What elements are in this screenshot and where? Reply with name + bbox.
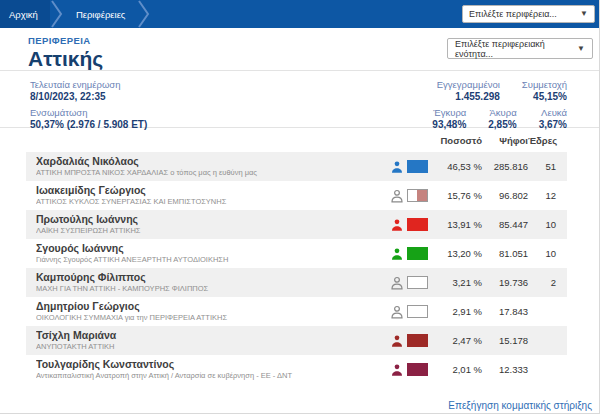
integration-label: Ενσωμάτωση (30, 107, 147, 118)
region-select[interactable]: Επιλέξτε περιφέρεια... ▼ (462, 5, 595, 23)
person-icon (390, 363, 404, 377)
valid-label: Έγκυρα (432, 107, 466, 118)
party-support-square (407, 247, 428, 260)
candidate-name: Ιωακειμίδης Γεώργιος (36, 184, 390, 197)
seats-value: 10 (528, 219, 556, 230)
candidate-row[interactable]: Καμπούρης ΦίλιπποςΜΑΧΗ ΓΙΑ ΤΗΝ ΑΤΤΙΚΗ - … (26, 268, 567, 297)
valid-value: 93,48% (432, 119, 466, 130)
person-icon (390, 305, 404, 319)
results-table: Ποσοστό Ψήφοι Έδρες Χαρδαλιάς ΝικόλαοςΑΤ… (26, 128, 567, 384)
percent-value: 2,91 % (434, 306, 482, 317)
unit-select-value: Επιλέξτε περιφερειακή ενότητα... (455, 39, 577, 59)
footer: Επεξήγηση κομματικής στήριξης (0, 384, 599, 413)
votes-value: 12.333 (482, 364, 528, 375)
votes-value: 17.843 (482, 306, 528, 317)
party-label: ΛΑΪΚΗ ΣΥΣΠΕΙΡΩΣΗ ΑΤΤΙΚΗΣ (36, 226, 390, 236)
stats-left: Τελευταία ενημέρωση 8/10/2023, 22:35 Ενσ… (30, 79, 147, 119)
breadcrumb-regions[interactable]: Περιφέρειες (64, 0, 138, 28)
party-support-square (407, 363, 428, 376)
table-body: Χαρδαλιάς ΝικόλαοςΑΤΤΙΚΗ ΜΠΡΟΣΤΑ ΝΙΚΟΣ Χ… (26, 152, 567, 384)
chevron-right-icon (50, 0, 64, 28)
chevron-down-icon: ▼ (580, 10, 588, 18)
votes-value: 85.447 (482, 219, 528, 230)
percent-value: 46,53 % (434, 161, 482, 172)
invalid-label: Άκυρα (488, 107, 516, 118)
candidate-name: Δημητρίου Γεώργιος (36, 300, 390, 313)
votes-value: 19.736 (482, 277, 528, 288)
stats-right: Εγγεγραμμένοι 1.455.298 Συμμετοχή 45,15%… (432, 79, 567, 119)
party-label: ΑΝΥΠΟΤΑΚΤΗ ΑΤΤΙΚΗ (36, 342, 390, 352)
last-update-label: Τελευταία ενημέρωση (30, 79, 147, 90)
col-header-seats: Έδρες (528, 135, 556, 146)
invalid-value: 2,85% (488, 119, 516, 130)
candidate-row[interactable]: Χαρδαλιάς ΝικόλαοςΑΤΤΙΚΗ ΜΠΡΟΣΤΑ ΝΙΚΟΣ Χ… (26, 152, 567, 181)
seats-value: 10 (528, 248, 556, 259)
party-label: Αντικαπιταλιστική Ανατροπή στην Αττική /… (36, 371, 390, 381)
person-icon (390, 247, 404, 261)
candidate-name: Χαρδαλιάς Νικόλαος (36, 155, 390, 168)
party-label: ΜΑΧΗ ΓΙΑ ΤΗΝ ΑΤΤΙΚΗ - ΚΑΜΠΟΥΡΗΣ ΦΙΛΙΠΠΟΣ (36, 284, 390, 294)
turnout-label: Συμμετοχή (522, 79, 567, 90)
candidate-row[interactable]: Τουλγαρίδης ΚωνσταντίνοςΑντικαπιταλιστικ… (26, 355, 567, 384)
party-label: ΟΙΚΟΛΟΓΙΚΗ ΣΥΜΜΑΧΙΑ για την ΠΕΡΙΦΕΡΕΙΑ Α… (36, 313, 390, 323)
party-support-square (407, 276, 428, 289)
party-support-square (407, 334, 428, 347)
breadcrumb: Αρχική Περιφέρειες (0, 0, 151, 28)
person-icon (390, 218, 404, 232)
candidate-name: Τουλγαρίδης Κωνσταντίνος (36, 358, 390, 371)
page: Αρχική Περιφέρειες Επιλέξτε περιφέρεια..… (0, 0, 600, 414)
votes-value: 15.178 (482, 335, 528, 346)
person-icon (390, 160, 404, 174)
seats-value: 2 (528, 277, 556, 288)
person-icon (390, 334, 404, 348)
turnout-value: 45,15% (522, 91, 567, 102)
unit-select[interactable]: Επιλέξτε περιφερειακή ενότητα... ▼ (447, 38, 593, 59)
party-label: ΑΤΤΙΚΟΣ ΚΥΚΛΟΣ ΣΥΝΕΡΓΑΣΙΑΣ ΚΑΙ ΕΜΠΙΣΤΟΣΥ… (36, 197, 390, 207)
percent-value: 13,20 % (434, 248, 482, 259)
votes-value: 285.816 (482, 161, 528, 172)
person-icon (390, 189, 404, 203)
votes-value: 81.051 (482, 248, 528, 259)
party-support-square (407, 160, 428, 173)
seats-value: 51 (528, 161, 556, 172)
last-update-value: 8/10/2023, 22:35 (30, 91, 147, 102)
title-section: ΠΕΡΙΦΕΡΕΙΑ Αττικής Επιλέξτε περιφερειακή… (0, 28, 599, 70)
candidate-row[interactable]: Δημητρίου ΓεώργιοςΟΙΚΟΛΟΓΙΚΗ ΣΥΜΜΑΧΙΑ γι… (26, 297, 567, 326)
region-select-value: Επιλέξτε περιφέρεια... (469, 9, 557, 19)
person-icon (390, 276, 404, 290)
candidate-name: Τσίχλη Μαριάνα (36, 329, 390, 342)
col-header-percent: Ποσοστό (434, 135, 482, 146)
candidate-name: Πρωτούλης Ιωάννης (36, 213, 390, 226)
blank-value: 3,67% (539, 119, 567, 130)
top-navbar: Αρχική Περιφέρειες Επιλέξτε περιφέρεια..… (0, 0, 599, 28)
table-header: Ποσοστό Ψήφοι Έδρες (26, 128, 567, 152)
seats-value: 12 (528, 190, 556, 201)
candidate-row[interactable]: Τσίχλη ΜαριάναΑΝΥΠΟΤΑΚΤΗ ΑΤΤΙΚΗ2,47 %15.… (26, 326, 567, 355)
col-header-votes: Ψήφοι (482, 135, 528, 146)
stats-section: Τελευταία ενημέρωση 8/10/2023, 22:35 Ενσ… (0, 71, 599, 127)
blank-label: Λευκά (539, 107, 567, 118)
percent-value: 3,21 % (434, 277, 482, 288)
candidate-name: Σγουρός Ιωάννης (36, 242, 390, 255)
percent-value: 15,76 % (434, 190, 482, 201)
party-support-square (407, 189, 428, 202)
breadcrumb-home[interactable]: Αρχική (0, 0, 50, 28)
party-support-legend-link[interactable]: Επεξήγηση κομματικής στήριξης (448, 400, 592, 411)
candidate-row[interactable]: Πρωτούλης ΙωάννηςΛΑΪΚΗ ΣΥΣΠΕΙΡΩΣΗ ΑΤΤΙΚΗ… (26, 210, 567, 239)
candidate-row[interactable]: Ιωακειμίδης ΓεώργιοςΑΤΤΙΚΟΣ ΚΥΚΛΟΣ ΣΥΝΕΡ… (26, 181, 567, 210)
percent-value: 2,01 % (434, 364, 482, 375)
registered-label: Εγγεγραμμένοι (437, 79, 500, 90)
candidate-row[interactable]: Σγουρός ΙωάννηςΓιάννης Σγουρός ΑΤΤΙΚΗ ΑΝ… (26, 239, 567, 268)
candidate-name: Καμπούρης Φίλιππος (36, 271, 390, 284)
registered-value: 1.455.298 (437, 91, 500, 102)
chevron-right-icon (137, 0, 151, 28)
party-label: ΑΤΤΙΚΗ ΜΠΡΟΣΤΑ ΝΙΚΟΣ ΧΑΡΔΑΛΙΑΣ ο τόπος μ… (36, 168, 390, 178)
party-support-square (407, 218, 428, 231)
percent-value: 13,91 % (434, 219, 482, 230)
votes-value: 96.802 (482, 190, 528, 201)
party-support-square (407, 305, 428, 318)
party-label: Γιάννης Σγουρός ΑΤΤΙΚΗ ΑΝΕΞΑΡΤΗΤΗ ΑΥΤΟΔΙ… (36, 255, 390, 265)
percent-value: 2,47 % (434, 335, 482, 346)
chevron-down-icon: ▼ (577, 45, 585, 53)
integration-value: 50,37% (2.976 / 5.908 ΕΤ) (30, 119, 147, 130)
